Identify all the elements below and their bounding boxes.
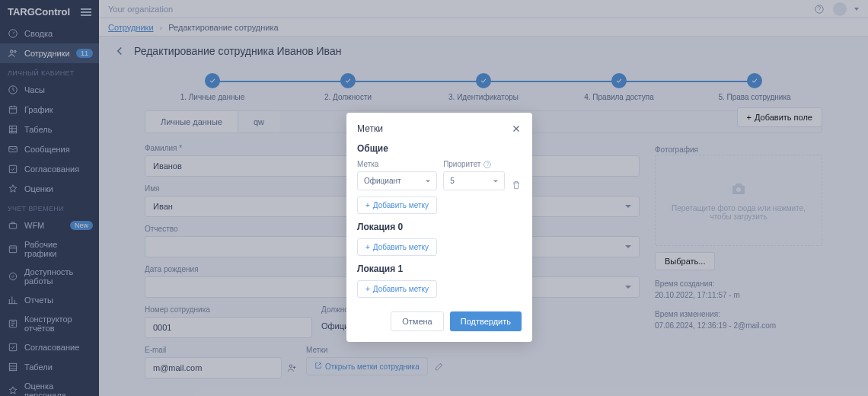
plus-icon: + <box>365 201 370 209</box>
modal-section-loc1: Локация 1 <box>357 263 522 274</box>
close-icon[interactable] <box>511 123 522 134</box>
confirm-button[interactable]: Подтвердить <box>450 311 522 331</box>
cancel-button[interactable]: Отмена <box>391 311 443 331</box>
trash-icon[interactable] <box>511 180 522 190</box>
label-col-header: Метка <box>357 160 437 168</box>
help-icon[interactable]: ? <box>483 161 491 168</box>
add-label-button-loc0[interactable]: +Добавить метку <box>357 238 437 256</box>
modal-title: Метки <box>357 123 383 134</box>
add-label-button-loc1[interactable]: +Добавить метку <box>357 280 437 298</box>
modal-section-general: Общие <box>357 143 522 154</box>
priority-select[interactable]: 5 <box>443 171 505 190</box>
plus-icon: + <box>365 285 370 293</box>
tags-modal: Метки Общие Метка Официант Приоритет? 5 … <box>346 113 532 342</box>
priority-col-header: Приоритет? <box>443 160 505 168</box>
plus-icon: + <box>365 243 370 251</box>
label-select[interactable]: Официант <box>357 171 437 190</box>
add-label-button-general[interactable]: +Добавить метку <box>357 196 437 214</box>
modal-section-loc0: Локация 0 <box>357 222 522 232</box>
